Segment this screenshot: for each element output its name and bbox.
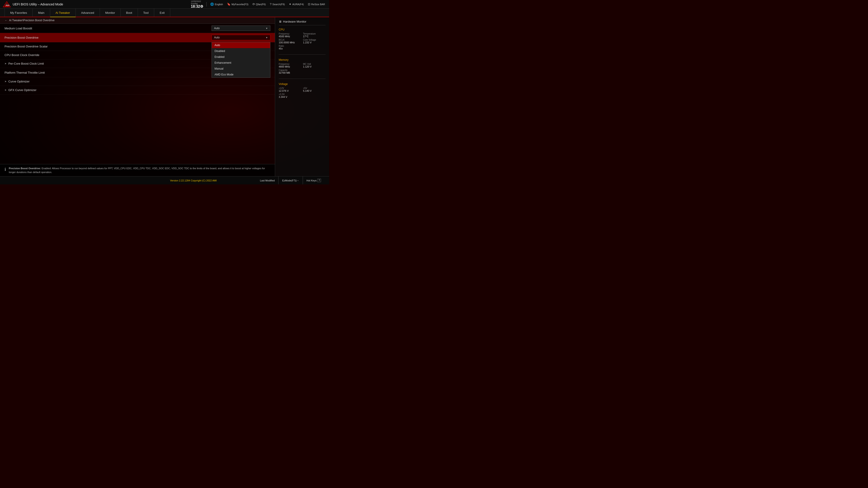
tab-boot[interactable]: Boot <box>121 8 138 17</box>
rog-logo-icon: ROG <box>3 1 11 7</box>
logo-area: ROG UEFI BIOS Utility – Advanced Mode <box>3 1 63 7</box>
hw-voltage-grid: +12V 12.076 V +5V 5.140 V +3.3V 3.344 V <box>279 87 326 98</box>
datetime-block: 12/25/2022 Sunday 18:32⚙ <box>191 0 203 8</box>
hw-memory-grid: Frequency 4800 MHz MC Volt 1.120 V Capac… <box>279 63 326 74</box>
expand-arrow-per-core[interactable]: ➤ <box>4 62 6 65</box>
expand-arrow-gfx[interactable]: ➤ <box>4 89 6 92</box>
setting-label-pbo-scalar: Precision Boost Overdrive Scalar <box>4 45 212 48</box>
dropdown-option-disabled[interactable]: Disabled <box>212 48 270 54</box>
hw-monitor-sidebar: 🖥 Hardware Monitor CPU Frequency 4500 MH… <box>275 17 329 176</box>
setting-row-precision-boost[interactable]: Precision Boost Overdrive Auto ▼ Auto Di… <box>0 33 275 42</box>
cpu-freq-label: Frequency 4500 MHz <box>279 33 301 38</box>
breadcrumb-path: Ai Tweaker\Precision Boost Overdrive <box>9 19 55 22</box>
hot-keys-label: Hot Keys <box>307 179 317 182</box>
globe-icon: 🌐 <box>210 2 214 6</box>
dropdown-medium-load-arrow: ▼ <box>266 27 268 30</box>
info-title: Precision Boost Overdrive: <box>9 167 41 170</box>
dropdown-option-enabled[interactable]: Enabled <box>212 54 270 60</box>
main-wrapper: ROG UEFI BIOS Utility – Advanced Mode 12… <box>0 0 329 184</box>
main-panel: ← Ai Tweaker\Precision Boost Overdrive M… <box>0 17 275 176</box>
tab-advanced[interactable]: Advanced <box>76 8 100 17</box>
cpu-ratio-block: Ratio 45x <box>279 45 301 50</box>
setting-control-medium-load[interactable]: Auto ▼ <box>212 26 270 31</box>
top-bar: ROG UEFI BIOS Utility – Advanced Mode 12… <box>0 0 329 8</box>
mem-freq-block: Frequency 4800 MHz <box>279 63 301 68</box>
bookmark-icon: 🔖 <box>227 2 230 6</box>
resize-icon: ⊡ <box>308 2 310 6</box>
setting-label-platform-thermal: Platform Thermal Throttle Limit <box>4 71 212 74</box>
myfavorite-btn[interactable]: 🔖 MyFavorite(F3) <box>225 2 250 6</box>
bottom-bar: Version 2.22.1284 Copyright (C) 2022 AMI… <box>0 176 329 184</box>
tab-ai-tweaker[interactable]: Ai Tweaker <box>50 8 76 17</box>
tab-tool[interactable]: Tool <box>138 8 154 17</box>
tab-main[interactable]: Main <box>33 8 50 17</box>
date-text: 12/25/2022 Sunday <box>191 0 201 5</box>
divider <box>206 2 207 6</box>
monitor-icon: 🖥 <box>279 20 282 23</box>
setting-row-curve-optimizer[interactable]: ➤ Curve Optimizer <box>0 77 275 86</box>
dropdown-medium-load-value: Auto <box>214 27 220 30</box>
hw-cpu-title: CPU <box>279 28 326 31</box>
nav-tabs: My Favorites Main Ai Tweaker Advanced Mo… <box>0 8 329 17</box>
dropdown-option-manual[interactable]: Manual <box>212 66 270 72</box>
dropdown-option-amd-eco[interactable]: AMD Eco Mode <box>212 72 270 77</box>
setting-row-gfx-curve-optimizer[interactable]: ➤ GFX Curve Optimizer <box>0 86 275 94</box>
hw-cpu-grid: Frequency 4500 MHz Temperature 17°C BCLK… <box>279 33 326 50</box>
fan-icon: ⟳ <box>252 2 255 6</box>
cpu-bclk-block: BCLK 100.0000 MHz <box>279 39 301 44</box>
hw-memory-title: Memory <box>279 58 326 61</box>
info-body: Enabled: Allows Processor to run beyond … <box>9 167 265 173</box>
hw-voltage-section: Voltage +12V 12.076 V +5V 5.140 V +3.3V … <box>279 83 326 98</box>
search-btn[interactable]: ? Search(F9) <box>269 2 286 6</box>
last-modified-btn[interactable]: Last Modified <box>256 176 278 185</box>
language-btn[interactable]: 🌐 English <box>209 2 224 6</box>
dropdown-precision-boost-menu: Auto Disabled Enabled Enhancement Manual… <box>212 42 270 78</box>
dropdown-option-enhancement[interactable]: Enhancement <box>212 60 270 66</box>
info-bar: ℹ Precision Boost Overdrive: Enabled: Al… <box>0 164 275 176</box>
setting-label-cpu-boost: CPU Boost Clock Override <box>4 53 212 57</box>
setting-label-precision-boost: Precision Boost Overdrive <box>4 36 212 39</box>
dropdown-medium-load[interactable]: Auto ▼ <box>212 26 270 31</box>
expand-arrow-curve[interactable]: ➤ <box>4 80 6 83</box>
dropdown-precision-boost-arrow: ▼ <box>266 36 268 39</box>
content-area: ← Ai Tweaker\Precision Boost Overdrive M… <box>0 17 329 176</box>
volt-33v-block: +3.3V 3.344 V <box>279 93 301 98</box>
settings-list: Medium Load Boostit Auto ▼ Precision Boo… <box>0 24 275 164</box>
setting-control-precision-boost[interactable]: Auto ▼ Auto Disabled Enabled Enhancement… <box>212 35 270 40</box>
resize-bar-btn[interactable]: ⊡ ReSize BAR <box>307 2 327 6</box>
hw-divider-2 <box>279 78 326 79</box>
cpu-corevolt-block: Core Voltage 1.232 V <box>303 39 326 44</box>
aura-btn[interactable]: ✦ AURA(F4) <box>287 2 305 6</box>
bottom-right-buttons: Last Modified EzMode(F7)|→ Hot Keys ? <box>256 176 324 185</box>
mem-mcvolt-block: MC Volt 1.120 V <box>303 63 326 68</box>
tab-favorites[interactable]: My Favorites <box>4 8 33 17</box>
dropdown-option-auto[interactable]: Auto <box>212 42 270 48</box>
setting-row-medium-load[interactable]: Medium Load Boostit Auto ▼ <box>0 24 275 33</box>
dropdown-precision-boost-value: Auto <box>214 36 220 39</box>
tab-monitor[interactable]: Monitor <box>100 8 121 17</box>
aura-icon: ✦ <box>289 2 291 6</box>
breadcrumb: ← Ai Tweaker\Precision Boost Overdrive <box>0 17 275 24</box>
qfan-btn[interactable]: ⟳ Qfan(F6) <box>251 2 267 6</box>
hw-cpu-section: CPU Frequency 4500 MHz Temperature 17°C … <box>279 28 326 50</box>
ezmode-btn[interactable]: EzMode(F7)|→ <box>278 176 303 185</box>
volt-5v-block: +5V 5.140 V <box>303 87 326 92</box>
info-icon: ℹ <box>4 167 6 172</box>
dropdown-precision-boost[interactable]: Auto ▼ <box>212 35 270 40</box>
volt-12v-block: +12V 12.076 V <box>279 87 301 92</box>
setting-label-gfx-curve-optimizer: GFX Curve Optimizer <box>8 88 270 92</box>
hot-keys-btn[interactable]: Hot Keys ? <box>303 176 324 185</box>
svg-text:ROG: ROG <box>6 4 10 6</box>
hw-voltage-title: Voltage <box>279 83 326 86</box>
hw-monitor-title: 🖥 Hardware Monitor <box>279 20 326 25</box>
setting-label-medium-load: Medium Load Boostit <box>4 27 212 30</box>
question-icon: ? <box>270 2 272 6</box>
hw-memory-section: Memory Frequency 4800 MHz MC Volt 1.120 … <box>279 58 326 74</box>
top-info: 12/25/2022 Sunday 18:32⚙ 🌐 English 🔖 MyF… <box>191 0 327 8</box>
hot-keys-icon: ? <box>317 179 321 182</box>
time-display: 18:32⚙ <box>191 5 203 8</box>
tab-exit[interactable]: Exit <box>154 8 170 17</box>
cpu-temp-label: Temperature 17°C <box>303 33 326 38</box>
mem-capacity-block: Capacity 32768 MB <box>279 69 301 74</box>
back-arrow-icon[interactable]: ← <box>4 19 8 22</box>
